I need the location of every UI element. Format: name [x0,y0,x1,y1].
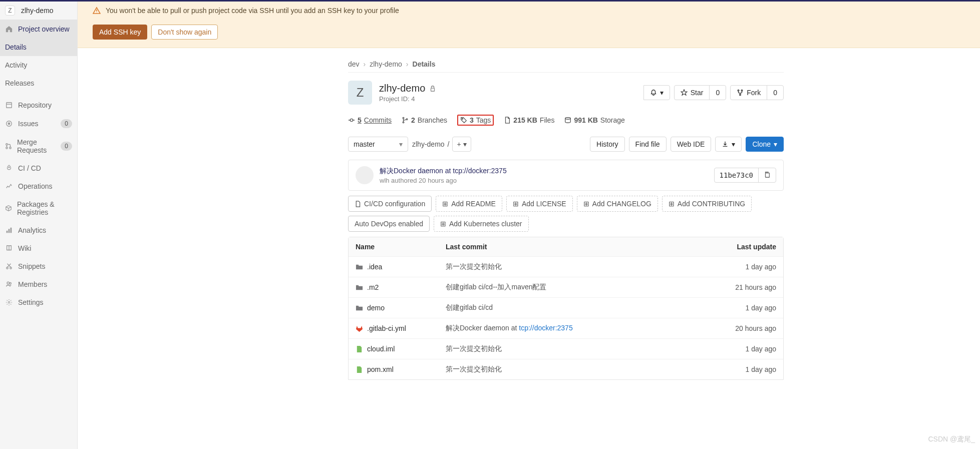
sidebar-wiki[interactable]: Wiki [0,239,77,257]
table-row[interactable]: .gitlab-ci.yml解决Docker daemon at tcp://d… [349,318,783,339]
package-icon [5,205,12,212]
file-name[interactable]: .gitlab-ci.yml [367,324,406,332]
sidebar-members[interactable]: Members [0,275,77,293]
folder-icon [356,304,363,312]
qa-auto-devops[interactable]: Auto DevOps enabled [348,216,430,232]
breadcrumb-group[interactable]: dev [348,60,360,68]
breadcrumb-current: Details [413,60,436,68]
add-ssh-key-button[interactable]: Add SSH key [93,25,147,40]
commit-link[interactable]: tcp://docker:2375 [519,324,572,332]
commit-sha[interactable]: 11be73c0 [715,168,759,182]
sidebar-cicd[interactable]: CI / CD [0,159,77,177]
sidebar-item-label: Analytics [18,226,46,234]
stat-tags[interactable]: 3 Tags [457,115,494,126]
fork-count[interactable]: 0 [767,85,784,100]
path-root[interactable]: zlhy-demo [412,140,445,148]
chevron-down-icon: ▾ [774,140,777,148]
add-to-tree-button[interactable]: +▾ [452,137,471,152]
stat-files[interactable]: 215 KB Files [504,116,554,124]
file-tree-table: Name Last commit Last update .idea第一次提交初… [348,237,784,380]
clipboard-icon [764,171,771,178]
plus-icon: ⊞ [513,200,519,208]
qa-add-readme[interactable]: ⊞Add README [436,196,502,212]
sidebar-settings[interactable]: Settings [0,293,77,311]
operations-icon [5,183,13,190]
commit-time: 20 hours ago [419,177,457,184]
sidebar-project-overview[interactable]: Project overview [0,20,77,38]
svg-point-19 [350,119,353,121]
file-name[interactable]: demo [367,304,385,312]
svg-point-4 [6,147,8,149]
table-row[interactable]: cloud.iml第一次提交初始化1 day ago [349,339,783,359]
members-icon [5,281,13,288]
file-name[interactable]: .idea [367,263,382,271]
watermark: CSDN @鸢尾_ [928,435,975,444]
star-count[interactable]: 0 [709,85,726,100]
file-last-update: 21 hours ago [706,283,776,291]
sidebar-sub-details[interactable]: Details [0,38,77,56]
sidebar-operations[interactable]: Operations [0,177,77,195]
sidebar-snippets[interactable]: Snippets [0,257,77,275]
breadcrumb: dev › zlhy-demo › Details [348,56,784,73]
stat-branches[interactable]: 2 Branches [402,116,447,124]
qa-cicd-config[interactable]: CI/CD configuration [348,196,432,212]
history-button[interactable]: History [590,137,625,152]
commit-message[interactable]: 解决Docker daemon at tcp://docker:2375 [380,167,507,176]
commit-author-avatar[interactable] [356,166,374,184]
file-name[interactable]: pom.xml [367,365,394,373]
find-file-button[interactable]: Find file [629,137,667,152]
table-row[interactable]: .m2创建gitlab ci/cd--加入maven配置21 hours ago [349,277,783,298]
file-last-commit[interactable]: 解决Docker daemon at tcp://docker:2375 [446,324,706,333]
star-button[interactable]: Star [674,85,710,100]
tag-icon [460,117,467,124]
stat-storage[interactable]: 991 KB Storage [564,116,625,124]
table-row[interactable]: .idea第一次提交初始化1 day ago [349,257,783,277]
qa-add-license[interactable]: ⊞Add LICENSE [506,196,573,212]
file-last-commit[interactable]: 创建gitlab ci/cd [446,303,706,312]
branch-dropdown[interactable]: master ▾ [348,137,408,152]
project-name-sidebar: zlhy-demo [21,7,54,15]
svg-point-13 [10,283,12,285]
notification-button[interactable]: ▾ [643,85,670,100]
copy-sha-button[interactable] [759,168,776,182]
download-button[interactable]: ▾ [715,137,742,152]
file-name[interactable]: cloud.iml [367,345,395,353]
qa-add-k8s[interactable]: ⊞Add Kubernetes cluster [434,216,529,232]
file-last-commit[interactable]: 第一次提交初始化 [446,365,706,374]
file-name[interactable]: .m2 [367,283,379,291]
sidebar-sub-activity[interactable]: Activity [0,56,77,74]
qa-add-contributing[interactable]: ⊞Add CONTRIBUTING [662,196,752,212]
file-last-commit[interactable]: 创建gitlab ci/cd--加入maven配置 [446,283,706,292]
snippets-icon [5,263,13,270]
sidebar-sub-releases[interactable]: Releases [0,74,77,92]
fork-button[interactable]: Fork [730,85,767,100]
svg-rect-9 [11,228,12,233]
file-icon [504,117,511,124]
qa-add-changelog[interactable]: ⊞Add CHANGELOG [577,196,658,212]
clone-button[interactable]: Clone ▾ [746,137,784,152]
folder-icon [356,284,363,291]
home-icon [5,26,13,33]
breadcrumb-project[interactable]: zlhy-demo [370,60,402,68]
sidebar-merge-requests[interactable]: Merge Requests 0 [0,133,77,159]
file-last-commit[interactable]: 第一次提交初始化 [446,262,706,271]
alert-message: You won't be able to pull or push projec… [106,7,399,15]
dismiss-alert-button[interactable]: Don't show again [151,25,218,40]
web-ide-button[interactable]: Web IDE [671,137,712,152]
sidebar-analytics[interactable]: Analytics [0,221,77,239]
sidebar-packages[interactable]: Packages & Registries [0,195,77,221]
sidebar-repository[interactable]: Repository [0,96,77,114]
file-icon [355,201,361,207]
table-header: Name Last commit Last update [349,237,783,257]
table-row[interactable]: demo创建gitlab ci/cd1 day ago [349,298,783,318]
file-last-commit[interactable]: 第一次提交初始化 [446,344,706,353]
repository-icon [5,102,13,109]
svg-point-17 [741,90,743,91]
gear-icon [5,299,13,306]
svg-point-21 [403,122,404,123]
table-row[interactable]: pom.xml第一次提交初始化1 day ago [349,359,783,379]
stat-commits[interactable]: 5 Commits [348,116,392,124]
star-icon [681,89,688,96]
sidebar-project-header[interactable]: Z zlhy-demo [0,2,77,20]
sidebar-issues[interactable]: Issues 0 [0,114,77,133]
